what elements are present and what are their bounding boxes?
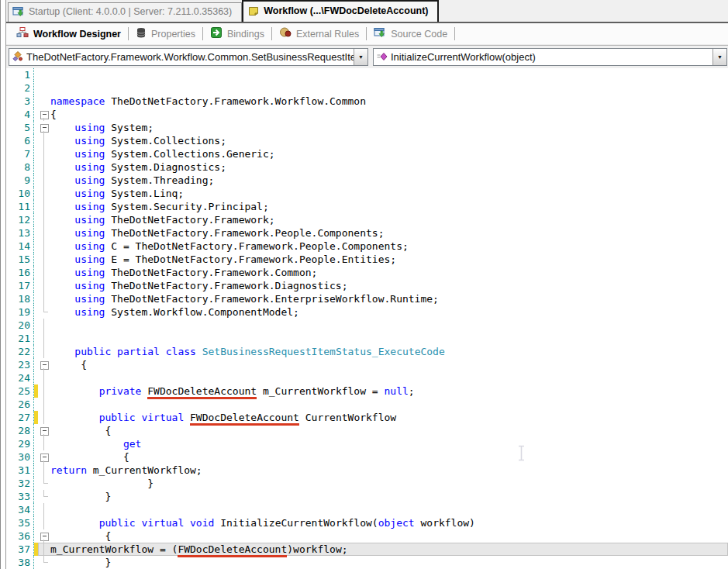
line-number: 15 [6,253,34,266]
code-line[interactable]: 32 } [6,477,728,490]
member-combo-dropdown-arrow[interactable]: ▼ [712,49,726,65]
fold-toggle-icon[interactable] [38,450,50,464]
code-line[interactable]: 21 [6,332,728,345]
code-text [50,332,728,345]
toolbar-separator [128,27,129,40]
code-line-body: using System.Collections; [38,134,728,147]
code-line[interactable]: 19 using System.Workflow.ComponentModel; [6,305,728,319]
code-line-body [38,371,728,385]
code-line-body: { [38,450,728,464]
fold-toggle-icon[interactable] [38,358,50,371]
line-number: 10 [6,187,34,200]
code-line[interactable]: 38 } [6,556,728,569]
fold-gutter [38,477,50,490]
code-line[interactable]: 31return m_CurrentWorkflow; [6,464,728,477]
code-line-body: namespace TheDotNetFactory.Framework.Wor… [38,95,728,108]
tab-workflow[interactable]: Workflow (...\FWDocDeleteAccount) [242,0,439,22]
member-combo[interactable]: InitializeCurrentWorkflow(object) ▼ [373,48,727,66]
code-line-body: public virtual FWDocDeleteAccount Curren… [38,411,728,424]
code-line-body [38,503,728,516]
code-line[interactable]: 6 using System.Collections; [6,134,728,147]
code-line-body: using TheDotNetFactory.Framework.Diagnos… [38,279,728,292]
code-text: using System.Workflow.ComponentModel; [50,305,728,319]
code-line[interactable]: 11 using System.Security.Principal; [6,200,728,213]
code-line[interactable]: 15 using E = TheDotNetFactory.Framework.… [6,253,728,266]
code-line[interactable]: 8 using System.Diagnostics; [6,160,728,174]
code-text: using TheDotNetFactory.Framework; [50,213,728,226]
code-line[interactable]: 35 public virtual void InitializeCurrent… [6,516,728,529]
code-line[interactable]: 28 { [6,424,728,437]
code-editor[interactable]: 123namespace TheDotNetFactory.Framework.… [6,68,728,569]
fold-gutter [38,279,50,292]
code-line[interactable]: 12 using TheDotNetFactory.Framework; [6,213,728,226]
code-text: using System.Collections.Generic; [50,147,728,160]
code-line[interactable]: 1 [6,68,728,81]
code-line-body: using System; [38,121,728,134]
tab-startup[interactable]: Startup (Client: 4.0.0.0 | Server: 7.211… [8,2,242,22]
fold-gutter [38,371,50,385]
fold-gutter [38,503,50,516]
line-number: 34 [6,503,34,516]
fold-gutter [38,332,50,345]
code-line[interactable]: 2 [6,81,728,95]
code-line[interactable]: 4{ [6,108,728,121]
code-line-body: using TheDotNetFactory.Framework.Enterpr… [38,292,728,305]
line-number: 38 [6,556,34,569]
type-combo[interactable]: TheDotNetFactory.Framework.Workflow.Comm… [9,48,368,66]
code-line[interactable]: 20 [6,319,728,332]
code-line[interactable]: 7 using System.Collections.Generic; [6,147,728,160]
fold-toggle-icon[interactable] [38,529,50,543]
code-line[interactable]: 25 private FWDocDeleteAccount m_CurrentW… [6,385,728,398]
line-number: 32 [6,477,34,490]
toolbar-separator [366,27,367,40]
code-line[interactable]: 17 using TheDotNetFactory.Framework.Diag… [6,279,728,292]
code-line[interactable]: 23 { [6,358,728,371]
toolbar-separator [202,27,203,40]
code-text: { [50,424,728,437]
code-line[interactable]: 22 public partial class SetBusinessReque… [6,345,728,358]
source-code-button[interactable]: Source Code [367,24,454,43]
workflow-designer-button[interactable]: Workflow Designer [10,24,127,43]
code-line[interactable]: 18 using TheDotNetFactory.Framework.Ente… [6,292,728,305]
fold-toggle-icon[interactable] [38,424,50,437]
code-line[interactable]: 37m_CurrentWorkflow = (FWDocDeleteAccoun… [6,543,728,556]
code-line[interactable]: 34 [6,503,728,516]
code-line[interactable]: 10 using System.Linq; [6,187,728,200]
code-line[interactable]: 24 [6,371,728,385]
code-line[interactable]: 36 { [6,529,728,543]
code-line[interactable]: 26 [6,398,728,411]
code-line-body [38,332,728,345]
bindings-button[interactable]: Bindings [204,24,271,43]
code-line[interactable]: 5 using System; [6,121,728,134]
fold-gutter [38,411,50,424]
fold-gutter [38,200,50,213]
view-toolbar: Workflow Designer Properties Bindings [6,23,728,45]
code-line[interactable]: 30 { [6,450,728,464]
code-text: public virtual void InitializeCurrentWor… [50,516,728,529]
external-rules-button[interactable]: External Rules [273,24,365,43]
code-line[interactable]: 9 using System.Threading; [6,174,728,187]
code-line[interactable]: 16 using TheDotNetFactory.Framework.Comm… [6,266,728,279]
fold-gutter [38,305,50,319]
fold-gutter [38,226,50,240]
code-line[interactable]: 29 get [6,437,728,450]
fold-toggle-icon[interactable] [38,108,50,121]
code-line[interactable]: 3namespace TheDotNetFactory.Framework.Wo… [6,95,728,108]
fold-toggle-icon[interactable] [38,121,50,134]
code-line[interactable]: 14 using C = TheDotNetFactory.Framework.… [6,240,728,253]
line-number: 35 [6,516,34,529]
line-number: 28 [6,424,34,437]
code-line-body: get [38,437,728,450]
code-line[interactable]: 27 public virtual FWDocDeleteAccount Cur… [6,411,728,424]
fold-gutter [38,68,50,81]
code-line-body: return m_CurrentWorkflow; [38,464,728,477]
line-number: 6 [6,134,34,147]
type-combo-dropdown-arrow[interactable]: ▼ [354,49,367,65]
toolbar-button-label: External Rules [296,29,359,40]
toolbar-button-label: Workflow Designer [33,29,121,40]
properties-button[interactable]: Properties [129,25,202,43]
code-line-body: } [38,556,728,569]
code-line[interactable]: 33 } [6,490,728,503]
code-text: namespace TheDotNetFactory.Framework.Wor… [50,95,728,108]
code-line[interactable]: 13 using TheDotNetFactory.Framework.Peop… [6,226,728,240]
